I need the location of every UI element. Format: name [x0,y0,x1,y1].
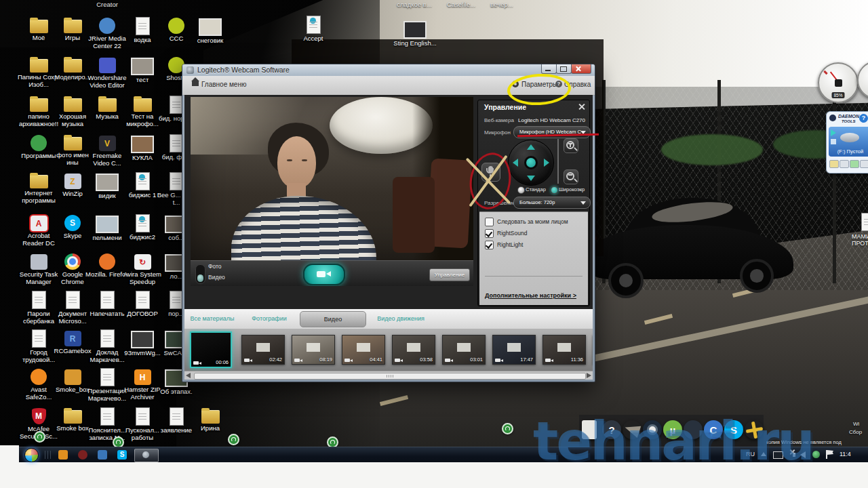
dock-c-app-icon[interactable]: C [704,420,723,439]
folder-icon [201,410,220,424]
taskbar-blue-app-icon[interactable] [98,450,107,460]
photo-label[interactable]: Фото [208,263,222,270]
radio-standard-label[interactable]: Стандар [526,186,546,192]
dock-steam-icon[interactable] [643,420,662,439]
dock-app-dark-icon[interactable] [684,420,703,439]
desktop-icon[interactable]: снеговик [189,16,232,45]
icon-label-cut1[interactable]: сладкое в... [391,1,438,8]
video-label[interactable]: Видео [208,274,225,281]
checkbox[interactable] [485,229,494,238]
cpu-gauge-gadget[interactable]: 85% [818,62,859,103]
icon-label-cut2[interactable]: Casefile... [439,1,483,8]
video-thumbnail[interactable]: 03:01 [442,335,486,365]
desktop-icon[interactable]: Ирина [189,407,232,432]
advanced-settings-link[interactable]: Дополнительные настройки > [485,292,576,299]
tray-status-icon[interactable] [812,451,820,458]
video-thumbnail[interactable]: 08:19 [292,335,335,365]
gallery-scrollbar[interactable] [184,371,593,380]
pan-down-icon[interactable] [527,176,535,181]
pan-right-icon[interactable] [544,159,549,167]
video-thumbnail[interactable]: 17:47 [492,335,536,365]
taskbar-media-player-icon[interactable] [58,450,68,460]
disc-drive-icon [840,133,859,142]
checkbox[interactable] [485,218,494,226]
checkbox[interactable] [485,241,494,249]
mic-dropdown[interactable]: Микрофон (HD Webcam C [513,126,591,138]
menu-help[interactable]: ? Справка [564,81,591,88]
checkbox-row[interactable]: RightLight [485,239,585,251]
webcam-preview: Фото Видео Управление [191,97,473,286]
language-indicator[interactable]: RU [746,451,755,458]
desktop-icon-accept[interactable]: Accept [292,15,335,43]
tab-2[interactable]: Фотографии [244,311,294,326]
volume-icon[interactable] [800,451,806,458]
dock-document-icon[interactable] [582,420,597,439]
network-icon[interactable] [773,451,783,459]
daemon-drive-row[interactable]: (F:) Пустой [829,127,868,157]
dock-horn-icon[interactable] [623,420,642,439]
pan-up-icon[interactable] [527,144,535,150]
video-thumbnail[interactable]: 00:06 [190,331,232,368]
window-titlebar[interactable]: Logitech® Webcam Software [182,64,595,76]
video-thumbnail[interactable]: 03:58 [392,335,435,365]
panel-close-icon[interactable] [578,103,585,110]
tab-1[interactable]: Все материалы [186,311,239,326]
scrollbar-thumb[interactable] [194,373,586,380]
zoom-slider[interactable] [557,139,559,184]
checkbox-row[interactable]: Следовать за моим лицом [485,216,585,228]
manage-button[interactable]: Управление [429,268,470,281]
radio-standard[interactable] [517,186,525,194]
tab-3[interactable]: Видео [300,311,366,327]
zoom-in-button[interactable] [564,138,578,153]
daemon-help-button[interactable]: ? [859,114,868,123]
tray-expand-icon[interactable] [761,452,766,456]
close-button[interactable] [571,64,591,74]
mount-icon[interactable] [831,129,836,136]
taskbar-skype-icon[interactable]: S [117,450,127,460]
video-thumbnail[interactable]: 04:41 [342,335,385,365]
dock-tools-icon[interactable] [745,420,764,439]
minimize-button[interactable] [541,64,557,74]
mute-mic-button[interactable] [481,163,500,182]
dock-skype-icon[interactable]: S [724,420,743,439]
tab-4[interactable]: Видео движения [370,311,431,326]
dock-utorrent-icon[interactable]: µ [663,420,682,439]
resolution-dropdown[interactable]: Большое: 720p [513,197,591,209]
dock-help-icon[interactable]: ? [602,420,621,439]
daemon-folder-button[interactable] [840,160,849,168]
pan-tilt-control[interactable] [508,140,554,186]
radio-widescreen-label[interactable]: Широкоэкр [559,186,585,192]
photo-video-toggle[interactable] [195,264,205,284]
icon-label-creator[interactable]: Creator [85,1,129,8]
daemon-more-button[interactable] [860,160,868,168]
maximize-button[interactable] [556,64,572,74]
car [587,198,793,298]
icon-label-cut3[interactable]: вечер... [483,1,521,8]
taskbar-media-classic-icon[interactable] [78,450,87,460]
desktop-icon-mami[interactable]: МАМИ ПРОТОК [852,213,868,247]
radio-widescreen[interactable] [551,186,558,194]
pan-center-button[interactable] [524,156,538,169]
desktop-icon-sting[interactable]: Sting English... [393,19,437,47]
taskbar-active-webcam-app[interactable] [134,449,159,462]
resolution-label: Разрешение [484,200,515,206]
checkbox-row[interactable]: RightSound [485,228,585,239]
pan-left-icon[interactable] [513,159,518,167]
menu-home[interactable]: Главное меню [201,81,246,88]
start-button[interactable] [24,448,39,462]
zoom-out-button[interactable] [564,169,578,184]
menu-settings[interactable]: Параметры [521,81,557,88]
scroll-right-icon[interactable] [587,373,591,378]
daemon-tools-gadget[interactable]: DAEMON TOOLS ? (F:) Пустой [826,111,868,174]
action-center-flag-icon[interactable] [826,450,827,459]
video-thumbnail[interactable]: 02:42 [241,335,285,365]
clock[interactable]: 11:4 [840,451,851,458]
record-button[interactable] [303,264,345,285]
daemon-lock-button[interactable] [829,160,839,168]
scroll-left-icon[interactable] [186,373,191,378]
taskbar: S RU 11:4 [19,447,868,462]
video-thumbnail[interactable]: 11:36 [542,335,586,365]
stop-icon[interactable] [831,139,836,144]
daemon-add-button[interactable] [850,160,859,168]
mic-label: Микрофон [484,129,511,136]
